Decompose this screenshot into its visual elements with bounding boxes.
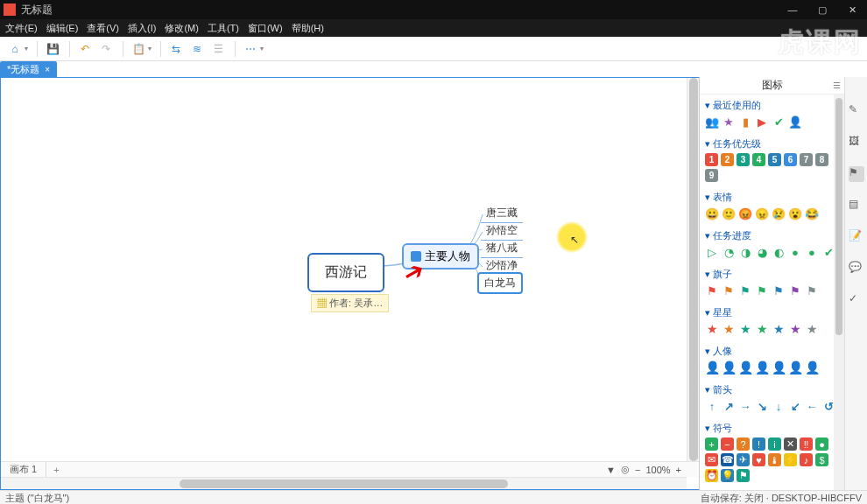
recent-icon[interactable]: 👤 [788,115,802,129]
home-button[interactable]: ⌂ [5,39,25,59]
star-icon[interactable]: ★ [788,322,802,336]
maximize-button[interactable]: ▢ [807,0,837,19]
recent-icon[interactable]: ✔ [772,115,786,129]
symbol-icon[interactable]: $ [815,453,828,466]
undo-button[interactable]: ↶ [75,39,95,59]
progress-icon[interactable]: ◕ [755,245,769,259]
recent-icon[interactable]: ▶ [755,115,769,129]
person-icon[interactable]: 👤 [738,360,752,374]
symbol-icon[interactable]: 💡 [721,469,734,482]
mood-icon[interactable]: 😮 [788,206,802,220]
section-recent[interactable]: 最近使用的 [705,99,839,112]
zoom-in[interactable]: + [676,465,681,475]
person-icon[interactable]: 👤 [755,360,769,374]
priority-icon[interactable]: 3 [737,153,750,166]
symbol-icon[interactable]: i [768,438,781,451]
menu-window[interactable]: 窗口(W) [248,22,283,35]
canvas-hscroll[interactable] [1,477,687,489]
section-people[interactable]: 人像 [705,345,839,358]
symbol-icon[interactable]: ⚑ [737,469,750,482]
section-progress[interactable]: 任务进度 [705,229,839,242]
leaf-node[interactable]: 孙悟空 [481,221,523,241]
person-icon[interactable]: 👤 [788,360,802,374]
rail-image-icon[interactable]: 🖼 [849,135,864,150]
progress-icon[interactable]: ◔ [722,245,736,259]
symbol-icon[interactable]: ♥ [752,453,765,466]
mood-icon[interactable]: 😀 [705,206,719,220]
mood-icon[interactable]: 😡 [738,206,752,220]
menu-insert[interactable]: 插入(I) [128,22,156,35]
section-arrow[interactable]: 箭头 [705,383,839,396]
symbol-icon[interactable]: ? [737,438,750,451]
symbol-icon[interactable]: ✕ [784,438,797,451]
arrow-icon[interactable]: ↑ [705,399,719,413]
star-icon[interactable]: ★ [722,322,736,336]
minimize-button[interactable]: — [778,0,807,19]
section-flag[interactable]: 旗子 [705,268,839,281]
menu-file[interactable]: 文件(E) [5,22,38,35]
flag-icon[interactable]: ⚑ [772,284,786,298]
leaf-node[interactable]: 猪八戒 [481,239,523,258]
leaf-node-selected[interactable]: 白龙马 [477,272,523,294]
symbol-icon[interactable]: ! [752,438,765,451]
progress-icon[interactable]: ● [788,245,802,259]
priority-icon[interactable]: 8 [815,153,828,166]
person-icon[interactable]: 👤 [772,360,786,374]
leaf-node[interactable]: 唐三藏 [481,204,523,223]
mindmap-canvas[interactable]: 西游记 作者: 吴承… 主要人物 唐三藏 孙悟空 猪八戒 沙悟净 白龙马 ➔ ↖… [0,77,699,490]
arrow-icon[interactable]: ← [805,399,819,413]
person-icon[interactable]: 👤 [722,360,736,374]
star-icon[interactable]: ★ [772,322,786,336]
zoom-out[interactable]: − [635,465,640,475]
redo-button[interactable]: ↷ [96,39,116,59]
rail-marker-icon[interactable]: ⚑ [849,166,864,182]
close-button[interactable]: ✕ [837,0,867,19]
filter-icon[interactable]: ▼ [606,465,616,475]
outline-button[interactable]: ⇆ [166,39,186,59]
rail-chat-icon[interactable]: 💬 [849,261,864,276]
sheet-tab[interactable]: 画布 1 [1,461,46,478]
section-star[interactable]: 星星 [705,306,839,319]
section-priority[interactable]: 任务优先级 [705,137,839,150]
flag-icon[interactable]: ⚑ [805,284,819,298]
mood-icon[interactable]: 😠 [755,206,769,220]
doc-tab-close[interactable]: × [45,65,50,74]
canvas-vscroll[interactable] [687,78,699,477]
menu-tools[interactable]: 工具(T) [208,22,239,35]
flag-icon[interactable]: ⚑ [738,284,752,298]
arrow-icon[interactable]: ↗ [722,399,736,413]
priority-icon[interactable]: 2 [721,153,734,166]
priority-icon[interactable]: 4 [752,153,765,166]
symbol-icon[interactable]: ☎ [721,453,734,466]
rail-format-icon[interactable]: ✎ [849,103,864,119]
priority-icon[interactable]: 6 [784,153,797,166]
mood-icon[interactable]: 🙂 [722,206,736,220]
symbol-icon[interactable]: ⏰ [705,469,718,482]
mood-icon[interactable]: 😢 [772,206,786,220]
progress-icon[interactable]: ● [805,245,819,259]
symbol-icon[interactable]: ✉ [705,453,718,466]
star-icon[interactable]: ★ [755,322,769,336]
progress-icon[interactable]: ◐ [772,245,786,259]
priority-icon[interactable]: 1 [705,153,718,166]
priority-icon[interactable]: 9 [705,169,718,182]
more-button[interactable]: ⋯ [241,39,260,59]
symbol-icon[interactable]: ✈ [737,453,750,466]
symbol-icon[interactable]: ⚡ [784,453,797,466]
paste-button[interactable]: 📋 [129,39,148,59]
add-sheet[interactable]: + [46,465,66,475]
panel-options-icon[interactable]: ☰ [833,80,841,90]
list-button[interactable]: ☰ [208,39,228,59]
symbol-icon[interactable]: 🌡 [768,453,781,466]
menu-edit[interactable]: 编辑(E) [46,22,79,35]
symbol-icon[interactable]: ♪ [800,453,813,466]
star-icon[interactable]: ★ [705,322,719,336]
doc-tab[interactable]: *无标题 × [0,61,57,77]
target-icon[interactable]: ◎ [621,464,630,475]
flag-icon[interactable]: ⚑ [705,284,719,298]
root-node[interactable]: 西游记 [307,253,384,292]
paste-dropdown[interactable]: ▾ [148,45,152,52]
symbol-icon[interactable]: − [721,438,734,451]
person-icon[interactable]: 👤 [805,360,819,374]
symbol-icon[interactable]: + [705,438,718,451]
